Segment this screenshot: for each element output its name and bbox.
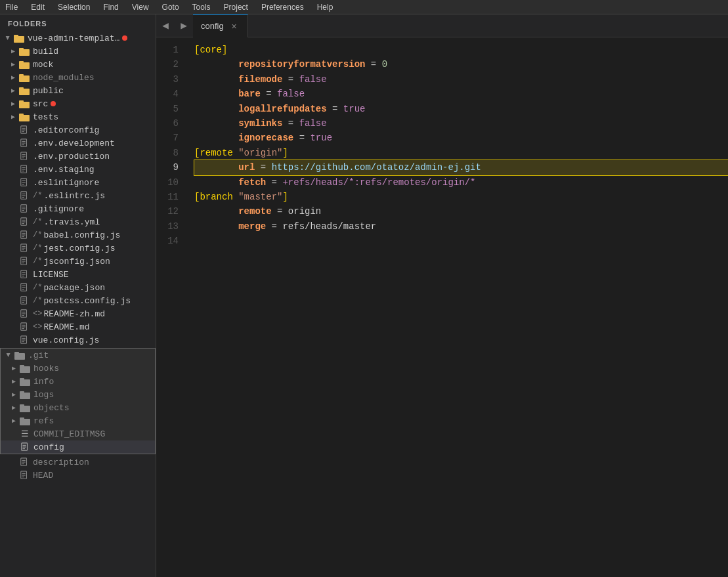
spacer xyxy=(8,322,18,332)
chevron-right-icon xyxy=(9,416,19,426)
code-line-3: filemode = false xyxy=(194,72,728,87)
sidebar-item-tests[interactable]: tests xyxy=(0,110,156,123)
svg-rect-5 xyxy=(19,61,24,64)
folder-icon xyxy=(14,351,26,360)
sidebar-item-eslintrc[interactable]: /* .eslintrc.js xyxy=(0,189,156,202)
sidebar-item-eslintignore[interactable]: .eslintignore xyxy=(0,176,156,189)
menu-edit[interactable]: Edit xyxy=(28,1,47,13)
file-icon xyxy=(18,257,30,266)
sidebar-item-root[interactable]: vue-admin-templat… xyxy=(0,32,156,45)
tab-nav-back[interactable]: ◀ xyxy=(156,14,175,37)
folder-icon xyxy=(19,390,31,399)
tab-close-button[interactable]: × xyxy=(229,21,240,32)
svg-rect-3 xyxy=(19,48,24,51)
sidebar-item-git[interactable]: .git xyxy=(1,349,155,362)
sidebar-item-vueconfig[interactable]: vue.config.js xyxy=(0,333,156,347)
sidebar-item-src[interactable]: src xyxy=(0,97,156,110)
sidebar-item-label: .env.production xyxy=(33,152,110,161)
menu-goto[interactable]: Goto xyxy=(160,1,182,13)
menu-selection[interactable]: Selection xyxy=(55,1,93,13)
spacer xyxy=(8,151,18,161)
code-content[interactable]: [core] repositoryformatversion = 0 filem… xyxy=(189,37,728,577)
sidebar-item-commit-editmsg[interactable]: ☰ COMMIT_EDITMSG xyxy=(1,427,155,440)
token: repositoryformatversion xyxy=(194,57,365,72)
sidebar-item-head[interactable]: HEAD xyxy=(0,469,156,482)
line-number: 6 xyxy=(156,116,179,131)
spacer xyxy=(8,125,18,135)
comment-marker: /* xyxy=(33,244,42,253)
comment-marker: /* xyxy=(33,230,42,240)
file-icon xyxy=(18,283,30,292)
folder-icon xyxy=(18,73,30,82)
sidebar-item-build[interactable]: build xyxy=(0,45,156,58)
sidebar-item-objects[interactable]: objects xyxy=(1,401,155,414)
sidebar-item-mock[interactable]: mock xyxy=(0,58,156,71)
menu-project[interactable]: Project xyxy=(221,1,251,13)
token: = xyxy=(293,131,310,145)
sidebar-item-config-file[interactable]: config xyxy=(1,440,155,454)
sidebar-item-env-dev[interactable]: .env.development xyxy=(0,137,156,150)
sidebar-item-gitignore[interactable]: .gitignore xyxy=(0,202,156,215)
sidebar-item-babel[interactable]: /* babel.config.js xyxy=(0,228,156,242)
spacer xyxy=(8,470,18,481)
red-dot xyxy=(122,35,127,41)
sidebar-item-license[interactable]: LICENSE xyxy=(0,268,156,281)
sidebar-item-postcss[interactable]: /* postcss.config.js xyxy=(0,294,156,307)
sidebar-item-public[interactable]: public xyxy=(0,84,156,97)
sidebar-item-logs[interactable]: logs xyxy=(1,388,155,401)
sidebar-item-travis[interactable]: /* .travis.yml xyxy=(0,215,156,228)
sidebar-item-package[interactable]: /* package.json xyxy=(0,281,156,294)
sidebar-item-jest[interactable]: /* jest.config.js xyxy=(0,242,156,255)
token: = xyxy=(266,175,282,190)
menu-view[interactable]: View xyxy=(129,1,152,13)
sidebar-item-refs[interactable]: refs xyxy=(1,414,155,427)
chevron-right-icon xyxy=(8,98,18,109)
line-number: 8 xyxy=(156,146,179,160)
svg-rect-1 xyxy=(14,35,18,37)
sidebar-item-readme-zh[interactable]: <> README-zh.md xyxy=(0,307,156,320)
sidebar-item-label: vue.config.js xyxy=(33,335,99,345)
file-icon xyxy=(18,471,30,480)
sidebar-item-label: hooks xyxy=(33,364,59,374)
sidebar-item-info[interactable]: info xyxy=(1,375,155,388)
sidebar-item-node-modules[interactable]: node_modules xyxy=(0,71,156,84)
file-icon xyxy=(19,442,31,452)
sidebar-item-hooks[interactable]: hooks xyxy=(1,362,155,375)
sidebar-item-description[interactable]: description xyxy=(0,456,156,469)
line-number: 7 xyxy=(156,131,179,145)
tab-label: config xyxy=(201,21,224,31)
svg-rect-89 xyxy=(20,391,24,394)
sidebar-item-jsconfig[interactable]: /* jsconfig.json xyxy=(0,255,156,268)
sidebar-item-readme[interactable]: <> README.md xyxy=(0,320,156,333)
token: "origin" xyxy=(238,146,282,160)
xml-marker: <> xyxy=(33,309,42,318)
spacer xyxy=(8,269,18,280)
editor-content[interactable]: 1 2 3 4 5 6 7 8 9 10 11 12 13 14 [core] xyxy=(156,37,728,577)
token: refs/heads/master xyxy=(282,219,376,234)
sidebar-item-label: refs xyxy=(33,416,54,426)
sidebar-item-env-prod[interactable]: .env.production xyxy=(0,150,156,163)
spacer xyxy=(8,203,18,214)
sidebar-item-label: .eslintignore xyxy=(33,178,99,188)
sidebar-item-label: COMMIT_EDITMSG xyxy=(33,429,105,439)
sidebar-item-env-staging[interactable]: .env.staging xyxy=(0,163,156,176)
editor-tab[interactable]: config × xyxy=(193,14,248,37)
sidebar-item-label: .editorconfig xyxy=(33,125,99,135)
git-section-border: .git hooks info xyxy=(0,348,156,454)
menu-preferences[interactable]: Preferences xyxy=(259,1,307,13)
spacer xyxy=(8,164,18,175)
sidebar-item-editorconfig[interactable]: .editorconfig xyxy=(0,123,156,137)
spacer xyxy=(8,138,18,148)
svg-rect-7 xyxy=(19,74,24,77)
token: true xyxy=(310,131,332,145)
sidebar-item-label: public xyxy=(33,86,64,96)
code-line-7: ignorecase = true xyxy=(194,131,728,145)
menu-tools[interactable]: Tools xyxy=(190,1,213,13)
tab-nav-forward[interactable]: ▶ xyxy=(175,14,193,37)
menu-find[interactable]: Find xyxy=(100,1,121,13)
chevron-right-icon xyxy=(8,46,18,56)
menu-file[interactable]: File xyxy=(3,1,20,13)
main-layout: FOLDERS vue-admin-templat… build mock xyxy=(0,14,728,577)
file-icon xyxy=(18,125,30,135)
menu-help[interactable]: Help xyxy=(314,1,336,13)
